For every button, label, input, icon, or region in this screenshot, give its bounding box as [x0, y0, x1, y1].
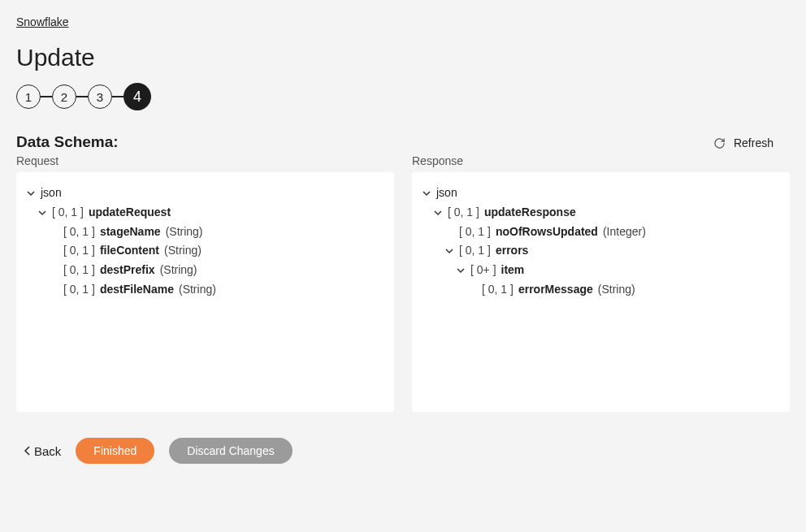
tree-node-noOfRowsUpdated[interactable]: [ 0, 1 ] noOfRowsUpdated (Integer) — [422, 223, 780, 242]
step-connector — [112, 96, 124, 97]
page-title: Update — [16, 44, 790, 71]
field-name: destPrefix — [100, 261, 155, 280]
field-name: updateRequest — [89, 203, 171, 223]
refresh-icon — [713, 137, 726, 149]
cardinality: [ 0+ ] — [470, 261, 496, 280]
cardinality: [ 0, 1 ] — [459, 223, 491, 242]
back-label: Back — [34, 444, 61, 458]
tree-node-errorMessage[interactable]: [ 0, 1 ] errorMessage (String) — [422, 280, 780, 300]
field-type: (String) — [598, 280, 635, 300]
discard-changes-button[interactable]: Discard Changes — [169, 438, 292, 464]
refresh-label: Refresh — [734, 136, 774, 149]
field-name: noOfRowsUpdated — [496, 223, 598, 242]
breadcrumb-snowflake[interactable]: Snowflake — [16, 15, 69, 28]
step-3[interactable]: 3 — [88, 84, 112, 109]
field-type: (String) — [160, 261, 197, 280]
chevron-left-icon — [24, 444, 31, 458]
response-tree-panel: json [ 0, 1 ] updateResponse [ 0, 1 ] no… — [412, 172, 790, 412]
field-name: stageName — [100, 223, 161, 242]
tree-node-destPrefix[interactable]: [ 0, 1 ] destPrefix (String) — [26, 261, 384, 280]
response-column: Response json [ 0, 1 ] updateResponse [ … — [412, 154, 790, 412]
node-label: json — [436, 184, 457, 203]
step-4[interactable]: 4 — [124, 83, 151, 110]
request-tree-panel: json [ 0, 1 ] updateRequest [ 0, 1 ] sta… — [16, 172, 394, 412]
request-label: Request — [16, 154, 394, 167]
field-name: updateResponse — [484, 203, 576, 223]
back-button[interactable]: Back — [24, 444, 61, 458]
step-2[interactable]: 2 — [52, 84, 76, 109]
field-name: destFileName — [100, 280, 174, 300]
tree-node-fileContent[interactable]: [ 0, 1 ] fileContent (String) — [26, 241, 384, 261]
cardinality: [ 0, 1 ] — [63, 223, 95, 242]
cardinality: [ 0, 1 ] — [63, 280, 95, 300]
tree-node-updateResponse[interactable]: [ 0, 1 ] updateResponse — [422, 203, 780, 223]
tree-node-json[interactable]: json — [26, 184, 384, 203]
field-name: fileContent — [100, 241, 159, 261]
tree-node-destFileName[interactable]: [ 0, 1 ] destFileName (String) — [26, 280, 384, 300]
tree-node-stageName[interactable]: [ 0, 1 ] stageName (String) — [26, 223, 384, 242]
field-type: (String) — [166, 223, 203, 242]
field-type: (String) — [179, 280, 216, 300]
chevron-down-icon — [444, 247, 454, 255]
cardinality: [ 0, 1 ] — [52, 203, 84, 223]
response-label: Response — [412, 154, 790, 167]
cardinality: [ 0, 1 ] — [63, 241, 95, 261]
node-label: json — [41, 184, 62, 203]
step-1[interactable]: 1 — [16, 84, 41, 109]
tree-node-updateRequest[interactable]: [ 0, 1 ] updateRequest — [26, 203, 384, 223]
tree-node-json[interactable]: json — [422, 184, 780, 203]
cardinality: [ 0, 1 ] — [482, 280, 514, 300]
chevron-down-icon — [422, 189, 431, 197]
chevron-down-icon — [456, 266, 466, 275]
field-name: errorMessage — [518, 280, 593, 300]
schema-columns: Request json [ 0, 1 ] updateRequest [ 0,… — [16, 154, 790, 412]
finished-button[interactable]: Finished — [76, 438, 154, 464]
footer: Back Finished Discard Changes — [16, 438, 790, 464]
cardinality: [ 0, 1 ] — [448, 203, 479, 223]
refresh-button[interactable]: Refresh — [16, 136, 790, 149]
tree-node-errors[interactable]: [ 0, 1 ] errors — [422, 241, 780, 261]
request-column: Request json [ 0, 1 ] updateRequest [ 0,… — [16, 154, 394, 412]
chevron-down-icon — [433, 209, 443, 217]
step-connector — [76, 96, 88, 97]
tree-node-item[interactable]: [ 0+ ] item — [422, 261, 780, 280]
chevron-down-icon — [37, 209, 47, 217]
chevron-down-icon — [26, 189, 36, 197]
field-type: (String) — [164, 241, 202, 261]
field-name: errors — [496, 241, 528, 261]
cardinality: [ 0, 1 ] — [63, 261, 95, 280]
stepper: 1 2 3 4 — [16, 83, 790, 110]
step-connector — [41, 96, 52, 97]
field-type: (Integer) — [603, 223, 646, 242]
cardinality: [ 0, 1 ] — [459, 241, 491, 261]
field-name: item — [501, 261, 525, 280]
